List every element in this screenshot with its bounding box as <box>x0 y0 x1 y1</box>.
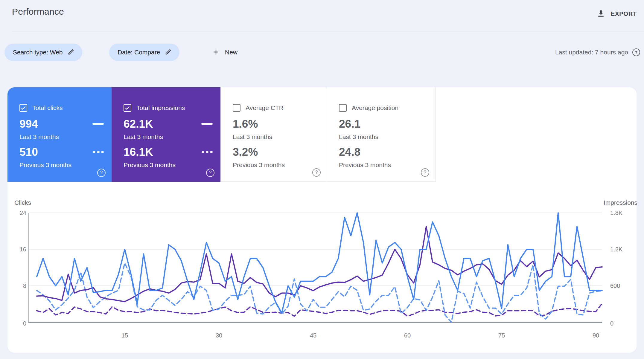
metric-card-total-impressions[interactable]: Total impressions 62.1K Last 3 months 16… <box>112 87 220 182</box>
metric-caption-previous: Previous 3 months <box>233 161 285 169</box>
metric-caption-previous: Previous 3 months <box>19 161 71 169</box>
help-icon[interactable] <box>312 168 321 177</box>
y-axis-tick: 16 <box>8 246 26 253</box>
y-axis-tick: 24 <box>8 209 26 216</box>
export-button[interactable]: EXPORT <box>594 7 639 21</box>
previous-period-line-icon <box>202 151 213 153</box>
metric-label: Total clicks <box>32 104 63 111</box>
metric-value-current: 62.1K <box>124 118 153 129</box>
previous-period-line-icon <box>93 151 104 153</box>
help-icon[interactable] <box>206 169 214 177</box>
metric-card-total-clicks[interactable]: Total clicks 994 Last 3 months 510 Previ… <box>7 87 112 182</box>
metric-value-current: 1.6% <box>233 118 258 129</box>
last-updated-group: Last updated: 7 hours ago <box>555 44 640 61</box>
checkbox-unchecked-icon[interactable] <box>233 104 240 112</box>
page-title: Performance <box>12 7 64 17</box>
pencil-icon <box>68 48 74 56</box>
date-compare-chip[interactable]: Date: Compare <box>109 44 179 61</box>
metric-caption-current: Last 3 months <box>339 133 378 140</box>
metric-caption-previous: Previous 3 months <box>124 161 176 169</box>
help-icon[interactable] <box>97 169 106 177</box>
current-period-line-icon <box>92 123 104 125</box>
pencil-icon <box>165 48 172 56</box>
metric-card-average-ctr[interactable]: Average CTR 1.6% Last 3 months 3.2% Prev… <box>220 87 327 182</box>
performance-page: Performance EXPORT Search type: Web Date… <box>0 0 644 359</box>
metric-value-previous: 3.2% <box>233 146 258 158</box>
metric-value-previous: 16.1K <box>124 146 153 158</box>
search-type-chip-label: Search type: Web <box>13 49 63 56</box>
x-axis-tick: 60 <box>395 331 419 340</box>
new-button-label: New <box>225 49 237 56</box>
y-axis-tick: 0 <box>8 320 26 327</box>
metric-caption-current: Last 3 months <box>233 133 272 140</box>
x-axis-tick: 75 <box>490 331 514 340</box>
header-divider <box>12 31 644 31</box>
checkbox-checked-icon[interactable] <box>124 104 131 112</box>
metric-caption-previous: Previous 3 months <box>339 161 391 169</box>
x-axis-tick: 15 <box>113 331 137 340</box>
metric-value-current: 26.1 <box>339 118 360 129</box>
x-axis-tick: 30 <box>207 331 231 340</box>
y-axis-tick: 1.2K <box>610 246 628 253</box>
metric-value-previous: 510 <box>19 146 38 158</box>
y-axis-tick: 600 <box>610 282 628 289</box>
metric-value-current: 994 <box>19 118 38 129</box>
last-updated-text: Last updated: 7 hours ago <box>555 49 628 56</box>
checkbox-checked-icon[interactable] <box>19 104 27 112</box>
plus-icon <box>212 48 220 57</box>
y-axis-tick: 1.8K <box>610 209 628 216</box>
y-axis-tick: 8 <box>8 282 26 289</box>
current-period-line-icon <box>201 123 213 125</box>
x-axis-tick: 45 <box>301 331 325 340</box>
axis-title-impressions: Impressions <box>604 199 637 206</box>
checkbox-unchecked-icon[interactable] <box>339 104 347 112</box>
axis-title-clicks: Clicks <box>14 199 31 206</box>
metric-label: Total impressions <box>136 104 185 111</box>
help-icon[interactable] <box>421 168 429 177</box>
metric-label: Average position <box>352 104 398 111</box>
metric-label: Average CTR <box>246 104 284 111</box>
metric-value-previous: 24.8 <box>339 146 360 158</box>
metric-card-average-position[interactable]: Average position 26.1 Last 3 months 24.8… <box>327 87 436 182</box>
download-icon <box>596 9 605 19</box>
x-axis-tick: 90 <box>584 331 608 340</box>
search-type-chip[interactable]: Search type: Web <box>4 44 82 61</box>
export-label: EXPORT <box>611 10 637 17</box>
metric-caption-current: Last 3 months <box>124 133 163 140</box>
new-filter-button[interactable]: New <box>206 44 243 61</box>
y-axis-tick: 0 <box>610 320 628 327</box>
metric-caption-current: Last 3 months <box>19 133 59 140</box>
chart-plot-area[interactable] <box>28 213 602 322</box>
help-circle-icon[interactable] <box>632 48 640 56</box>
date-chip-label: Date: Compare <box>118 49 160 56</box>
